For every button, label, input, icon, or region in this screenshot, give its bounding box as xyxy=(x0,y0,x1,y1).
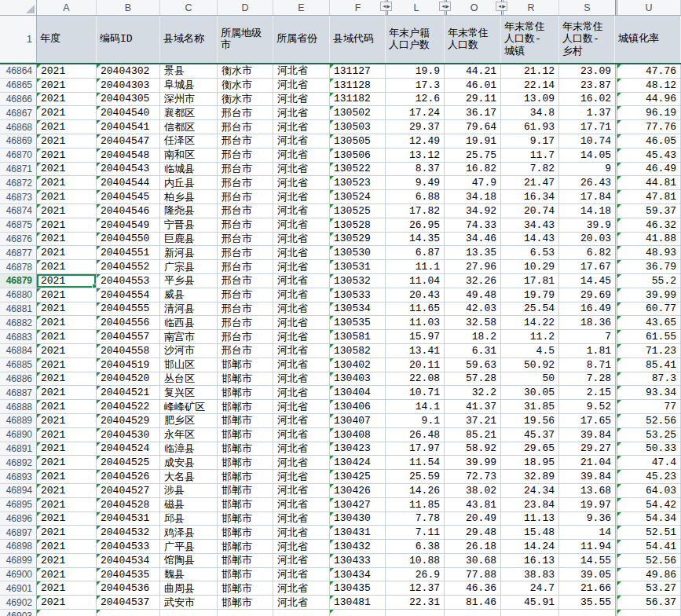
row-header-46881[interactable]: 46881 xyxy=(0,302,37,317)
cell-E46901[interactable]: 河北省 xyxy=(273,581,330,596)
cell-D46901[interactable]: 邯郸市 xyxy=(218,581,273,596)
select-all-corner[interactable] xyxy=(0,0,37,15)
cell-L46894[interactable]: 14.26 xyxy=(386,484,445,498)
cell-O46875[interactable]: 74.33 xyxy=(445,218,501,233)
cell-R46878[interactable]: 10.29 xyxy=(501,260,559,274)
cell-U46871[interactable]: 46.49 xyxy=(615,163,681,177)
cell-B46869[interactable]: 20404547 xyxy=(97,134,160,148)
cell-O46898[interactable]: 26.18 xyxy=(445,540,501,554)
cell-A46898[interactable]: 2021 xyxy=(37,540,97,554)
cell-F46884[interactable]: 130582 xyxy=(330,344,386,358)
cell-A46868[interactable]: 2021 xyxy=(37,120,97,134)
cell-E46892[interactable]: 河北省 xyxy=(273,456,330,470)
row-header-46880[interactable]: 46880 xyxy=(0,288,37,302)
cell-S46889[interactable]: 17.65 xyxy=(559,414,615,428)
row-header-1[interactable]: 1 xyxy=(0,16,37,63)
cell-F46900[interactable]: 130434 xyxy=(330,568,386,582)
cell-U46868[interactable]: 77.76 xyxy=(615,120,681,134)
cell-S46893[interactable]: 39.84 xyxy=(559,470,615,484)
cell-C46893[interactable]: 大名县 xyxy=(160,470,218,484)
cell-S46892[interactable]: 21.04 xyxy=(559,456,615,470)
cell-E46878[interactable]: 河北省 xyxy=(273,260,330,274)
row-header-46866[interactable]: 46866 xyxy=(0,93,37,107)
cell-R46885[interactable]: 50.92 xyxy=(501,358,559,372)
cell-S46888[interactable]: 9.52 xyxy=(559,400,615,414)
cell-O46874[interactable]: 34.92 xyxy=(445,204,501,218)
cell-C46872[interactable]: 内丘县 xyxy=(160,176,218,190)
cell-A46885[interactable]: 2021 xyxy=(37,358,97,372)
row-header-46882[interactable]: 46882 xyxy=(0,316,37,330)
cell-L46875[interactable]: 26.95 xyxy=(386,218,445,233)
cell-D46880[interactable]: 邢台市 xyxy=(218,288,273,302)
cell-O46880[interactable]: 49.48 xyxy=(445,288,501,302)
cell-R46867[interactable]: 34.8 xyxy=(501,106,559,120)
row-header-46900[interactable]: 46900 xyxy=(0,568,37,582)
cell-E46889[interactable]: 河北省 xyxy=(273,414,330,428)
cell-L46901[interactable]: 12.37 xyxy=(386,581,445,596)
cell-A46887[interactable]: 2021 xyxy=(37,386,97,400)
cell-A46897[interactable]: 2021 xyxy=(37,526,97,540)
cell-B46864[interactable]: 20404302 xyxy=(97,64,160,79)
cell-R46872[interactable]: 21.47 xyxy=(501,176,559,190)
column-header-S[interactable]: S xyxy=(559,0,615,15)
cell-S46891[interactable]: 29.27 xyxy=(559,442,615,456)
cell-O46885[interactable]: 59.63 xyxy=(445,358,501,372)
row-header-46869[interactable]: 46869 xyxy=(0,134,37,148)
cell-B46894[interactable]: 20404527 xyxy=(97,484,160,498)
cell-R46884[interactable]: 4.5 xyxy=(501,344,559,358)
cell-A46874[interactable]: 2021 xyxy=(37,204,97,218)
cell-S46878[interactable]: 17.67 xyxy=(559,260,615,274)
cell-R46890[interactable]: 45.37 xyxy=(501,428,559,442)
cell-L46889[interactable]: 9.1 xyxy=(386,414,445,428)
cell-R46903[interactable] xyxy=(501,610,559,616)
cell-U46891[interactable]: 50.33 xyxy=(615,442,681,456)
cell-L46893[interactable]: 25.59 xyxy=(386,470,445,484)
cell-S46884[interactable]: 1.81 xyxy=(559,344,615,358)
cell-B46868[interactable]: 20404541 xyxy=(97,120,160,134)
cell-D46877[interactable]: 邢台市 xyxy=(218,246,273,260)
cell-R46871[interactable]: 7.82 xyxy=(501,163,559,177)
cell-E46877[interactable]: 河北省 xyxy=(273,246,330,260)
cell-S46872[interactable]: 26.43 xyxy=(559,176,615,190)
cell-R46892[interactable]: 18.95 xyxy=(501,456,559,470)
cell-S46898[interactable]: 11.94 xyxy=(559,540,615,554)
column-header-A[interactable]: A xyxy=(37,0,97,15)
cell-O46872[interactable]: 47.9 xyxy=(445,176,501,190)
cell-E46876[interactable]: 河北省 xyxy=(273,233,330,247)
cell-U46866[interactable]: 44.96 xyxy=(615,93,681,107)
cell-U46883[interactable]: 61.55 xyxy=(615,330,681,344)
row-header-46871[interactable]: 46871 xyxy=(0,163,37,177)
cell-O46886[interactable]: 57.28 xyxy=(445,372,501,387)
cell-U46882[interactable]: 43.65 xyxy=(615,316,681,330)
cell-O46896[interactable]: 20.49 xyxy=(445,512,501,526)
cell-B46887[interactable]: 20404521 xyxy=(97,386,160,400)
cell-D46870[interactable]: 邢台市 xyxy=(218,148,273,163)
cell-U46903[interactable] xyxy=(615,610,681,616)
cell-B46884[interactable]: 20404558 xyxy=(97,344,160,358)
cell-A46896[interactable]: 2021 xyxy=(37,512,97,526)
cell-S46900[interactable]: 39.05 xyxy=(559,568,615,582)
cell-O46900[interactable]: 77.88 xyxy=(445,568,501,582)
cell-A46870[interactable]: 2021 xyxy=(37,148,97,163)
cell-L46895[interactable]: 11.85 xyxy=(386,498,445,512)
cell-A46894[interactable]: 2021 xyxy=(37,484,97,498)
cell-L46888[interactable]: 14.1 xyxy=(386,400,445,414)
cell-F46871[interactable]: 130522 xyxy=(330,163,386,177)
cell-B46876[interactable]: 20404550 xyxy=(97,233,160,247)
cell-U46884[interactable]: 71.23 xyxy=(615,344,681,358)
cell-U46886[interactable]: 87.3 xyxy=(615,372,681,387)
cell-L46874[interactable]: 17.82 xyxy=(386,204,445,218)
cell-D46895[interactable]: 邯郸市 xyxy=(218,498,273,512)
cell-A46899[interactable]: 2021 xyxy=(37,554,97,568)
cell-O46902[interactable]: 81.46 xyxy=(445,596,501,610)
cell-R46877[interactable]: 6.53 xyxy=(501,246,559,260)
cell-R46894[interactable]: 24.34 xyxy=(501,484,559,498)
cell-R46879[interactable]: 17.81 xyxy=(501,274,559,288)
cell-F46870[interactable]: 130506 xyxy=(330,148,386,163)
cell-L46866[interactable]: 12.6 xyxy=(386,93,445,107)
cell-E46871[interactable]: 河北省 xyxy=(273,163,330,177)
cell-R46865[interactable]: 22.14 xyxy=(501,79,559,93)
cell-B46873[interactable]: 20404545 xyxy=(97,190,160,204)
cell-O46889[interactable]: 37.21 xyxy=(445,414,501,428)
cell-B46885[interactable]: 20404519 xyxy=(97,358,160,372)
